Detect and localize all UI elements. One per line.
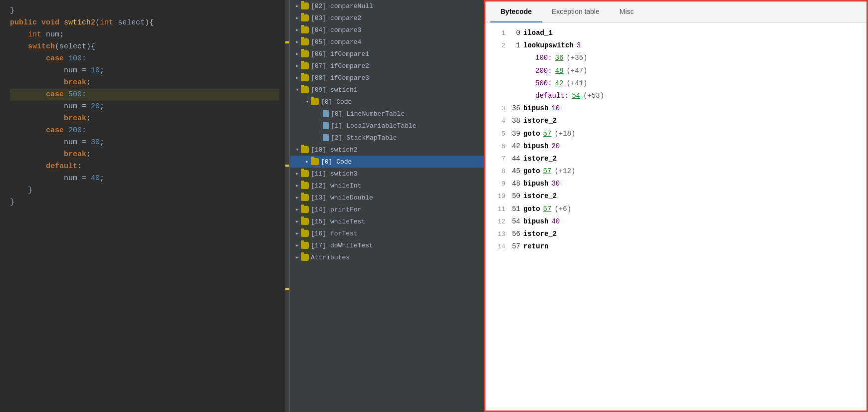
tree-item-swtich2[interactable]: [10] swtich2 xyxy=(290,144,484,156)
tree-item-swtich3[interactable]: [11] swtich3 xyxy=(290,168,484,180)
bc-line-number: 3 xyxy=(495,103,505,114)
bc-arg-num: 10 xyxy=(551,102,560,115)
bc-instruction-row: 11 51 goto 57 (+6) xyxy=(495,203,857,215)
tree-item-ifcompare2[interactable]: [07] ifCompare2 xyxy=(290,60,484,72)
bc-switch-target[interactable]: 48 xyxy=(555,65,564,77)
bc-offset: 50 xyxy=(508,190,520,203)
bc-instruction-row: 5 39 goto 57 (+18) xyxy=(495,128,857,140)
tree-item-label: [17] doWhileTest xyxy=(311,242,373,249)
tree-item-swtich1-code[interactable]: [0] Code xyxy=(290,96,484,108)
tree-item-comparenull[interactable]: [02] compareNull xyxy=(290,0,484,12)
bc-line-number: 10 xyxy=(495,191,505,202)
tree-arrow xyxy=(294,38,301,45)
tree-item-label: [02] compareNull xyxy=(311,2,373,10)
tree-item-label: [06] ifCompare1 xyxy=(311,50,369,58)
tree-item-swtich1[interactable]: [09] swtich1 xyxy=(290,84,484,96)
bytecode-tabs: Bytecode Exception table Misc xyxy=(485,1,867,23)
bc-switch-case-label: 200: xyxy=(535,65,552,77)
bc-goto-offset: (+6) xyxy=(554,203,571,215)
bc-instruction-row: 14 57 return xyxy=(495,240,857,253)
bc-switch-offset: (+35) xyxy=(566,52,587,64)
code-line: num = 30; xyxy=(10,137,279,149)
bc-instruction: istore_2 xyxy=(523,115,557,127)
bc-instruction: bipush xyxy=(523,178,548,190)
bc-line-number: 13 xyxy=(495,228,505,240)
bc-instruction-row: 6 42 bipush 20 xyxy=(495,140,857,153)
bc-offset: 36 xyxy=(508,102,520,115)
code-line: int num; xyxy=(10,29,279,41)
tree-arrow xyxy=(294,182,301,189)
bc-offset: 0 xyxy=(508,27,520,39)
bc-switch-target[interactable]: 36 xyxy=(555,52,564,64)
tree-arrow xyxy=(294,74,301,81)
bc-switch-target[interactable]: 42 xyxy=(555,77,564,90)
bc-line-number: 7 xyxy=(495,153,505,165)
bc-goto-target[interactable]: 57 xyxy=(543,203,552,215)
code-line: public void swtich2(int select){ xyxy=(10,17,279,29)
folder-icon xyxy=(301,242,309,249)
tree-item-localvariabletable[interactable]: [1] LocalVariableTable xyxy=(290,120,484,132)
tree-item-compare4[interactable]: [05] compare4 xyxy=(290,36,484,48)
tree-item-whiletest[interactable]: [15] whileTest xyxy=(290,215,484,227)
tree-item-label: [15] whileTest xyxy=(311,218,365,225)
tree-arrow xyxy=(294,62,301,69)
tab-misc[interactable]: Misc xyxy=(610,1,644,22)
bc-offset: 56 xyxy=(508,228,520,240)
tree-item-compare2[interactable]: [03] compare2 xyxy=(290,12,484,24)
tree-item-fortest[interactable]: [16] forTest xyxy=(290,227,484,239)
bc-switch-case-row: 100: 36 (+35) xyxy=(495,52,857,64)
bc-instruction-row: 12 54 bipush 40 xyxy=(495,215,857,228)
tree-arrow xyxy=(294,218,301,225)
folder-icon xyxy=(301,218,309,225)
folder-icon xyxy=(301,206,309,213)
bc-instruction: istore_2 xyxy=(523,228,557,240)
bc-goto-target[interactable]: 57 xyxy=(543,128,552,140)
tree-item-label: [09] swtich1 xyxy=(311,86,358,94)
tree-item-whiledouble[interactable]: [13] whileDouble xyxy=(290,192,484,204)
bc-switch-offset: (+53) xyxy=(583,90,604,102)
tree-item-ifcompare3[interactable]: [08] ifCompare3 xyxy=(290,72,484,84)
bc-instruction-row: 8 45 goto 57 (+12) xyxy=(495,165,857,178)
tree-item-whileint[interactable]: [12] whileInt xyxy=(290,180,484,192)
tree-item-label: [14] printFor xyxy=(311,206,361,213)
file-icon xyxy=(323,110,329,117)
tree-item-dowhiletest[interactable]: [17] doWhileTest xyxy=(290,239,484,251)
tree-arrow xyxy=(294,14,301,21)
folder-icon xyxy=(301,230,309,237)
tree-item-attributes[interactable]: Attributes xyxy=(290,251,484,263)
code-line: num = 40; xyxy=(10,173,279,185)
bc-line-number: 11 xyxy=(495,204,505,215)
tree-arrow xyxy=(294,86,301,93)
folder-icon xyxy=(301,170,309,177)
code-line: default: xyxy=(10,161,279,173)
bc-offset: 51 xyxy=(508,203,520,215)
bc-instruction: iload_1 xyxy=(523,27,553,39)
code-line: } xyxy=(10,185,279,197)
bc-goto-offset: (+12) xyxy=(554,165,575,178)
folder-icon xyxy=(301,254,309,261)
bc-line-number: 1 xyxy=(495,27,505,39)
bc-arg-num: 30 xyxy=(551,178,560,190)
bc-offset: 57 xyxy=(508,240,520,253)
tree-item-compare3[interactable]: [04] compare3 xyxy=(290,24,484,36)
tab-bytecode[interactable]: Bytecode xyxy=(490,1,542,22)
bc-instruction: istore_2 xyxy=(523,153,557,165)
bc-switch-target[interactable]: 54 xyxy=(572,90,580,102)
tree-item-stackmaptable[interactable]: [2] StackMapTable xyxy=(290,132,484,144)
code-line: } xyxy=(10,5,279,17)
bc-instruction: return xyxy=(523,240,548,253)
bc-instruction-row: 7 44 istore_2 xyxy=(495,153,857,165)
tree-arrow xyxy=(304,158,311,165)
bc-goto-target[interactable]: 57 xyxy=(543,165,552,178)
tree-item-swtich2-code[interactable]: [0] Code xyxy=(290,156,484,168)
bc-switch-default-label: default: xyxy=(535,90,569,102)
tree-arrow xyxy=(294,146,301,153)
tree-item-label: [1] LocalVariableTable xyxy=(331,122,417,130)
tree-item-printfor[interactable]: [14] printFor xyxy=(290,204,484,215)
tree-item-label: [0] Code xyxy=(321,158,352,166)
bc-switch-offset: (+47) xyxy=(566,65,587,77)
tab-exception-table[interactable]: Exception table xyxy=(542,1,610,22)
tree-item-linenumbertable[interactable]: [0] LineNumberTable xyxy=(290,108,484,120)
folder-icon xyxy=(301,194,309,201)
tree-item-ifcompare1[interactable]: [06] ifCompare1 xyxy=(290,48,484,60)
